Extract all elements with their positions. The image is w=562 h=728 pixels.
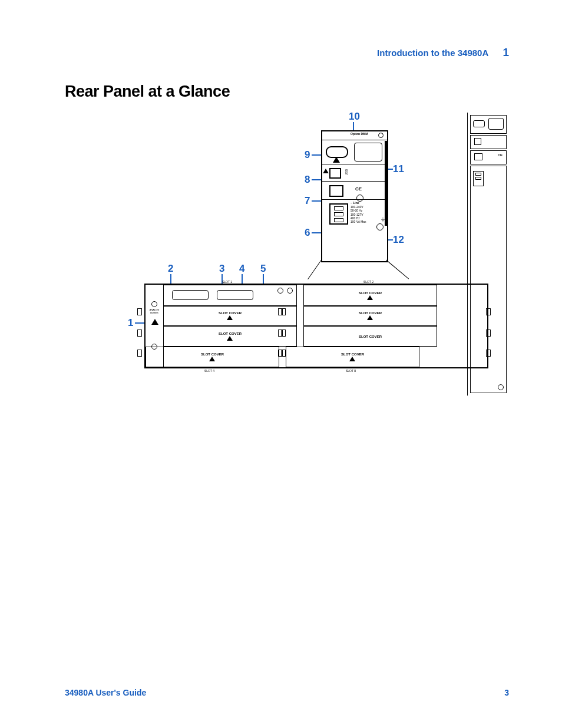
callout-10: 10 — [349, 111, 360, 123]
warning-icon — [209, 357, 215, 361]
detail-panel: Option DMM USB CE — [321, 130, 388, 262]
slot-cover: SLOT COVER — [286, 347, 419, 367]
callout-12: 12 — [393, 234, 404, 246]
chapter-title: Introduction to the 34980A — [377, 48, 488, 58]
page-footer: 34980A User's Guide 3 — [65, 688, 509, 697]
slot-cover: SLOT COVER — [163, 305, 297, 326]
slot-cover: SLOT COVER — [146, 347, 279, 367]
chassis-rear-view: ANALOG BUSES SLOT 1 SLOT 2 SLOT COVER SL… — [144, 284, 488, 368]
module-connector — [172, 290, 209, 300]
warning-icon — [367, 315, 373, 320]
callout-2: 2 — [168, 263, 173, 275]
warning-icon — [151, 319, 158, 325]
option-dmm-label: Option DMM — [351, 132, 368, 136]
callout-7: 7 — [305, 195, 310, 207]
warning-icon — [323, 169, 329, 173]
slot-cover: SLOT COVER — [303, 326, 437, 347]
hz-label-1: 50-60 Hz — [351, 209, 362, 212]
footer-guide-title: 34980A User's Guide — [65, 688, 146, 697]
screw-icon — [151, 301, 157, 307]
slot1-label: SLOT 1 — [222, 280, 232, 284]
slot-cover: SLOT COVER — [303, 305, 437, 326]
callout-5: 5 — [260, 263, 266, 275]
zoom-line — [308, 260, 322, 279]
chapter-header: Introduction to the 34980A 1 — [377, 46, 509, 59]
slot-1-module — [163, 285, 297, 307]
warning-icon — [227, 315, 233, 320]
lan-port — [329, 185, 343, 197]
chapter-number: 1 — [503, 46, 509, 58]
warning-icon — [227, 336, 233, 341]
warning-icon — [333, 157, 340, 163]
ext-trig-connector — [326, 146, 348, 158]
line-label: ~ Line — [351, 201, 359, 205]
slot4-label: SLOT 4 — [204, 369, 214, 373]
dmm-option-circle — [378, 133, 384, 138]
va-label: 100 VA Max — [351, 220, 366, 223]
callout-9: 9 — [305, 149, 310, 161]
ground-screw — [287, 288, 293, 294]
chassis-ground-screw — [376, 223, 384, 230]
callout-8: 8 — [305, 174, 310, 186]
chassis-io-panel: CE — [467, 113, 509, 396]
footer-page-number: 3 — [504, 688, 509, 697]
analog-buses-label: ANALOG BUSES — [147, 308, 162, 314]
ce-mark: CE — [355, 186, 362, 192]
zoom-line — [386, 260, 409, 279]
handle-icon — [137, 308, 142, 315]
callout-6: 6 — [305, 227, 310, 239]
rear-panel-diagram: 10 9 8 7 6 11 12 Option DMM — [97, 113, 509, 396]
slot-cover-label: SLOT COVER — [359, 291, 382, 295]
center-divider — [278, 285, 286, 367]
callout-3: 3 — [219, 263, 224, 275]
module-connector — [217, 290, 253, 300]
warning-icon — [367, 295, 373, 300]
warning-strip — [385, 141, 388, 226]
callout-1: 1 — [128, 317, 133, 329]
gpib-connector — [354, 143, 382, 162]
warning-icon — [349, 357, 355, 361]
ac-power-connector — [329, 203, 348, 225]
section-title: Rear Panel at a Glance — [65, 83, 509, 101]
handle-icon — [137, 350, 142, 357]
usb-label: USB — [345, 169, 348, 175]
slot2-label: SLOT 2 — [363, 280, 373, 284]
handle-icon — [137, 330, 142, 337]
callout-11: 11 — [393, 163, 404, 175]
slot-2-cover: SLOT COVER — [303, 285, 437, 307]
slot-cover: SLOT COVER — [163, 326, 297, 347]
callout-4: 4 — [239, 263, 244, 275]
slot8-label: SLOT 8 — [346, 369, 356, 373]
usb-port — [329, 168, 341, 179]
